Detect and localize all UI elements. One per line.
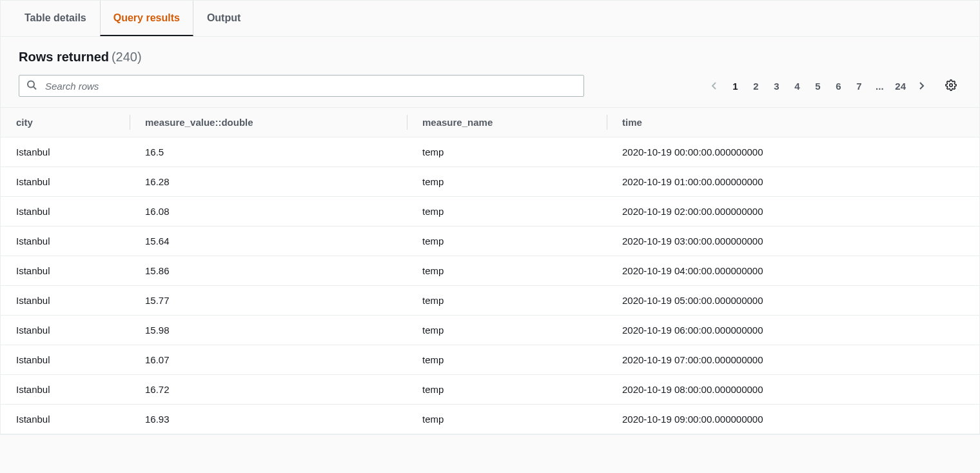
cell-time: 2020-10-19 01:00:00.000000000 — [607, 167, 979, 197]
cell-measure_value: 15.98 — [130, 316, 407, 345]
search-icon — [26, 80, 37, 92]
cell-city: Istanbul — [1, 316, 130, 345]
page-next-button[interactable] — [912, 77, 930, 95]
cell-time: 2020-10-19 00:00:00.000000000 — [607, 137, 979, 167]
cell-measure_name: temp — [407, 405, 607, 434]
results-table: city measure_value::double measure_name … — [1, 107, 979, 434]
right-controls: 1 2 3 4 5 6 7 ... 24 — [705, 75, 961, 96]
page-number[interactable]: 3 — [767, 77, 785, 95]
cell-city: Istanbul — [1, 137, 130, 167]
cell-measure_value: 15.64 — [130, 226, 407, 256]
pagination: 1 2 3 4 5 6 7 ... 24 — [705, 77, 930, 95]
gear-icon — [945, 79, 957, 93]
search-wrapper — [19, 75, 584, 97]
cell-measure_name: temp — [407, 226, 607, 256]
results-panel: Table details Query results Output Rows … — [0, 0, 980, 435]
cell-measure_name: temp — [407, 375, 607, 405]
cell-city: Istanbul — [1, 286, 130, 316]
cell-measure_name: temp — [407, 256, 607, 286]
cell-measure_name: temp — [407, 286, 607, 316]
page-number[interactable]: 6 — [829, 77, 847, 95]
search-input[interactable] — [19, 75, 584, 97]
tab-table-details[interactable]: Table details — [11, 1, 100, 36]
cell-measure_name: temp — [407, 316, 607, 345]
cell-measure_name: temp — [407, 197, 607, 226]
page-number[interactable]: 4 — [788, 77, 806, 95]
page-number[interactable]: 2 — [747, 77, 765, 95]
cell-city: Istanbul — [1, 405, 130, 434]
cell-city: Istanbul — [1, 375, 130, 405]
page-number[interactable]: 1 — [726, 77, 744, 95]
table-row: Istanbul16.07temp2020-10-19 07:00:00.000… — [1, 345, 979, 375]
cell-measure_value: 16.93 — [130, 405, 407, 434]
cell-city: Istanbul — [1, 167, 130, 197]
results-header: Rows returned (240) — [1, 37, 979, 70]
page-prev-button[interactable] — [705, 77, 723, 95]
rows-returned-count: (240) — [112, 50, 142, 64]
cell-measure_value: 15.86 — [130, 256, 407, 286]
svg-line-1 — [34, 87, 36, 90]
svg-point-0 — [28, 81, 34, 88]
cell-measure_value: 16.08 — [130, 197, 407, 226]
tab-bar: Table details Query results Output — [1, 1, 979, 37]
table-row: Istanbul16.93temp2020-10-19 09:00:00.000… — [1, 405, 979, 434]
cell-measure_name: temp — [407, 345, 607, 375]
cell-time: 2020-10-19 08:00:00.000000000 — [607, 375, 979, 405]
cell-measure_name: temp — [407, 167, 607, 197]
cell-measure_value: 16.28 — [130, 167, 407, 197]
cell-city: Istanbul — [1, 197, 130, 226]
cell-measure_value: 16.72 — [130, 375, 407, 405]
table-row: Istanbul15.64temp2020-10-19 03:00:00.000… — [1, 226, 979, 256]
cell-city: Istanbul — [1, 256, 130, 286]
rows-returned-label: Rows returned — [19, 50, 109, 64]
cell-time: 2020-10-19 09:00:00.000000000 — [607, 405, 979, 434]
column-header-time[interactable]: time — [607, 108, 979, 137]
cell-time: 2020-10-19 05:00:00.000000000 — [607, 286, 979, 316]
cell-city: Istanbul — [1, 345, 130, 375]
column-header-city[interactable]: city — [1, 108, 130, 137]
table-row: Istanbul15.86temp2020-10-19 04:00:00.000… — [1, 256, 979, 286]
column-header-measure-value[interactable]: measure_value::double — [130, 108, 407, 137]
cell-city: Istanbul — [1, 226, 130, 256]
cell-time: 2020-10-19 04:00:00.000000000 — [607, 256, 979, 286]
cell-time: 2020-10-19 02:00:00.000000000 — [607, 197, 979, 226]
page-ellipsis: ... — [870, 77, 888, 95]
cell-time: 2020-10-19 07:00:00.000000000 — [607, 345, 979, 375]
tab-output[interactable]: Output — [193, 1, 254, 36]
page-number[interactable]: 24 — [891, 77, 910, 95]
cell-measure_value: 16.5 — [130, 137, 407, 167]
table-row: Istanbul16.08temp2020-10-19 02:00:00.000… — [1, 197, 979, 226]
results-toolbar: 1 2 3 4 5 6 7 ... 24 — [1, 70, 979, 107]
cell-measure_value: 15.77 — [130, 286, 407, 316]
cell-measure_name: temp — [407, 137, 607, 167]
cell-time: 2020-10-19 06:00:00.000000000 — [607, 316, 979, 345]
table-row: Istanbul15.77temp2020-10-19 05:00:00.000… — [1, 286, 979, 316]
tab-query-results[interactable]: Query results — [100, 1, 193, 36]
column-header-measure-name[interactable]: measure_name — [407, 108, 607, 137]
table-row: Istanbul15.98temp2020-10-19 06:00:00.000… — [1, 316, 979, 345]
cell-time: 2020-10-19 03:00:00.000000000 — [607, 226, 979, 256]
page-number[interactable]: 7 — [850, 77, 868, 95]
table-row: Istanbul16.28temp2020-10-19 01:00:00.000… — [1, 167, 979, 197]
table-settings-button[interactable] — [941, 75, 961, 96]
table-row: Istanbul16.5temp2020-10-19 00:00:00.0000… — [1, 137, 979, 167]
cell-measure_value: 16.07 — [130, 345, 407, 375]
page-number[interactable]: 5 — [808, 77, 827, 95]
table-row: Istanbul16.72temp2020-10-19 08:00:00.000… — [1, 375, 979, 405]
svg-point-2 — [950, 83, 953, 86]
